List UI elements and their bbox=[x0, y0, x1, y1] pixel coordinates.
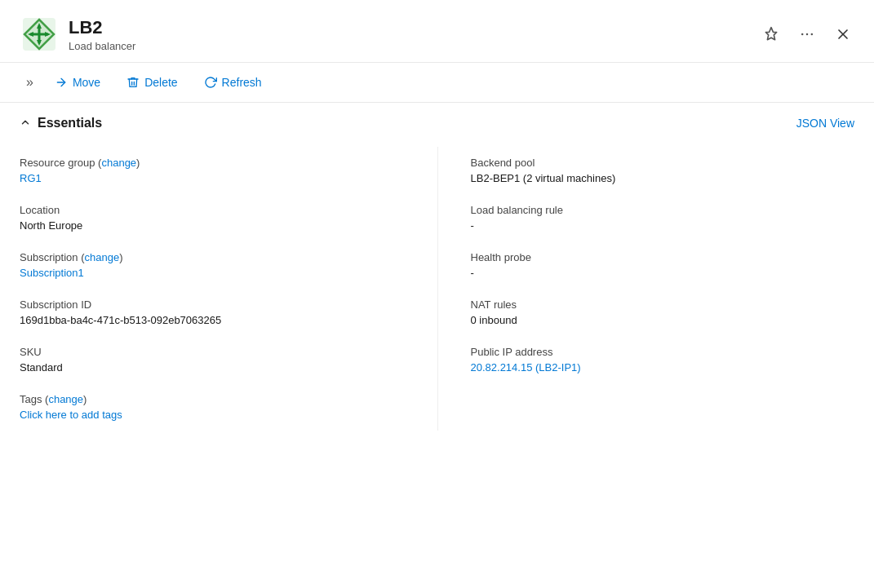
resource-subtitle: Load balancer bbox=[69, 40, 750, 52]
pin-icon[interactable] bbox=[760, 23, 783, 46]
field-sku: SKU Standard bbox=[20, 336, 405, 383]
field-nat-rules-value: 0 inbound bbox=[471, 314, 855, 326]
toolbar: » Move Delete Refresh bbox=[0, 63, 874, 103]
title-block: LB2 Load balancer bbox=[69, 17, 750, 52]
field-public-ip: Public IP address 20.82.214.15 (LB2-IP1) bbox=[471, 336, 855, 383]
move-button[interactable]: Move bbox=[43, 71, 112, 94]
field-tags-value[interactable]: Click here to add tags bbox=[20, 409, 405, 421]
refresh-label: Refresh bbox=[222, 76, 262, 89]
field-backend-pool-label: Backend pool bbox=[471, 157, 855, 169]
toolbar-expand-icon[interactable]: » bbox=[20, 72, 40, 93]
field-backend-pool: Backend pool LB2-BEP1 (2 virtual machine… bbox=[471, 147, 855, 194]
collapse-icon[interactable] bbox=[20, 117, 31, 130]
essentials-title: Essentials bbox=[38, 116, 102, 130]
field-health-probe-label: Health probe bbox=[471, 251, 855, 263]
content-area: Essentials JSON View Resource group (cha… bbox=[0, 103, 874, 450]
tags-change-link[interactable]: change bbox=[48, 393, 83, 405]
field-health-probe-value: - bbox=[471, 267, 855, 279]
field-nat-rules: NAT rules 0 inbound bbox=[471, 289, 855, 336]
svg-point-10 bbox=[806, 33, 809, 36]
field-location-label: Location bbox=[20, 204, 405, 216]
essentials-header: Essentials JSON View bbox=[20, 116, 854, 130]
field-subscription: Subscription (change) Subscription1 bbox=[20, 241, 405, 289]
field-resource-group: Resource group (change) RG1 bbox=[20, 147, 405, 194]
field-health-probe: Health probe - bbox=[471, 241, 855, 289]
field-lb-rule-value: - bbox=[471, 219, 855, 232]
close-icon[interactable] bbox=[832, 23, 854, 46]
svg-point-9 bbox=[801, 33, 804, 36]
essentials-left: Resource group (change) RG1 Location Nor… bbox=[20, 147, 437, 431]
field-lb-rule: Load balancing rule - bbox=[471, 194, 855, 241]
delete-label: Delete bbox=[144, 76, 177, 89]
field-tags-label: Tags (change) bbox=[20, 393, 405, 405]
field-backend-pool-value: LB2-BEP1 (2 virtual machines) bbox=[471, 172, 855, 184]
field-public-ip-label: Public IP address bbox=[471, 346, 855, 358]
essentials-right: Backend pool LB2-BEP1 (2 virtual machine… bbox=[437, 147, 855, 431]
field-subscription-value[interactable]: Subscription1 bbox=[20, 267, 405, 279]
move-label: Move bbox=[73, 76, 100, 89]
field-subscription-id-value: 169d1bba-ba4c-471c-b513-092eb7063265 bbox=[20, 314, 405, 326]
section-title-row: Essentials bbox=[20, 116, 102, 130]
field-resource-group-value[interactable]: RG1 bbox=[20, 172, 405, 184]
field-resource-group-label: Resource group (change) bbox=[20, 157, 405, 169]
essentials-grid: Resource group (change) RG1 Location Nor… bbox=[20, 147, 854, 431]
refresh-button[interactable]: Refresh bbox=[193, 71, 273, 94]
field-sku-value: Standard bbox=[20, 361, 405, 374]
field-tags: Tags (change) Click here to add tags bbox=[20, 383, 405, 431]
resource-title: LB2 bbox=[69, 17, 750, 38]
resource-group-change-link[interactable]: change bbox=[101, 157, 136, 169]
header-actions bbox=[760, 23, 854, 46]
field-location: Location North Europe bbox=[20, 194, 405, 241]
field-subscription-id: Subscription ID 169d1bba-ba4c-471c-b513-… bbox=[20, 289, 405, 336]
field-nat-rules-label: NAT rules bbox=[471, 298, 855, 311]
svg-point-11 bbox=[811, 33, 814, 36]
subscription-change-link[interactable]: change bbox=[84, 251, 119, 263]
field-lb-rule-label: Load balancing rule bbox=[471, 204, 855, 216]
field-public-ip-value[interactable]: 20.82.214.15 (LB2-IP1) bbox=[471, 361, 855, 374]
resource-panel: LB2 Load balancer » bbox=[0, 0, 874, 588]
panel-header: LB2 Load balancer bbox=[0, 0, 874, 63]
field-subscription-id-label: Subscription ID bbox=[20, 298, 405, 311]
delete-button[interactable]: Delete bbox=[115, 71, 189, 94]
resource-logo bbox=[20, 15, 59, 54]
field-sku-label: SKU bbox=[20, 346, 405, 358]
field-subscription-label: Subscription (change) bbox=[20, 251, 405, 263]
field-location-value: North Europe bbox=[20, 219, 405, 232]
json-view-link[interactable]: JSON View bbox=[796, 117, 854, 130]
more-options-icon[interactable] bbox=[796, 23, 819, 46]
